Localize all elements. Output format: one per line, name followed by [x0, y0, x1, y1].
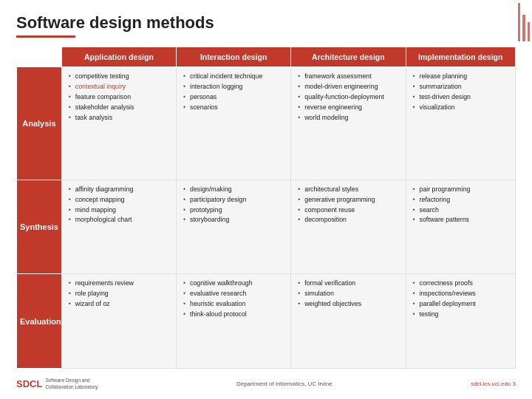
list-item: morphological chart [68, 216, 170, 225]
page-title: Software design methods [16, 13, 516, 33]
list-item: affinity diagramming [68, 185, 170, 194]
cell-r2-c1: cognitive walkthroughevaluative research… [177, 274, 291, 369]
row-label-evaluation: Evaluation [17, 274, 62, 369]
footer-left: SDCL Software Design and Collaboration L… [16, 378, 98, 390]
list-item: refactoring [412, 196, 510, 205]
list-item: summarization [412, 83, 510, 92]
header-architecture-design: Architecture design [291, 47, 406, 67]
footer: SDCL Software Design and Collaboration L… [16, 375, 516, 390]
footer-center: Department of Informatics, UC Irvine [236, 381, 332, 387]
cell-r0-c3: release planningsummarizationtest-driven… [406, 67, 516, 180]
decorative-bar [516, 0, 532, 44]
list-item: parallel deployment [412, 300, 510, 309]
sdcl-sub2: Collaboration Laboratory [45, 384, 98, 390]
header-implementation-design: Implementation design [406, 47, 516, 67]
list-item: testing [412, 310, 510, 319]
list-item: critical incident technique [183, 72, 284, 81]
list-item: role playing [68, 290, 170, 299]
header-empty [17, 47, 62, 67]
list-item: task analysis [68, 114, 170, 123]
list-item: stakeholder analysis [68, 103, 170, 112]
cell-r2-c3: correctness proofsinspections/reviewspar… [406, 274, 516, 369]
row-label-synthesis: Synthesis [17, 180, 62, 274]
title-underline [16, 35, 75, 38]
list-item: release planning [412, 72, 510, 81]
list-item: participatory design [183, 196, 284, 205]
list-item: framework assessment [297, 72, 399, 81]
methods-table: Application design Interaction design Ar… [16, 47, 516, 369]
list-item: design/making [183, 185, 284, 194]
list-item: world modeling [297, 114, 399, 123]
table-row-synthesis: Synthesisaffinity diagrammingconcept map… [17, 180, 516, 274]
list-item: heuristic evaluation [183, 300, 284, 309]
list-item: architectural styles [297, 185, 399, 194]
list-item: test-driven design [412, 93, 510, 102]
list-item: pair programming [412, 185, 510, 194]
list-item: software patterns [412, 216, 510, 225]
cell-r0-c2: framework assessmentmodel-driven enginee… [291, 67, 406, 180]
header-interaction-design: Interaction design [177, 47, 291, 67]
sdcl-logo: SDCL [16, 378, 42, 389]
list-item: model-driven engineering [297, 83, 399, 92]
sdcl-sub1: Software Design and [45, 378, 98, 383]
list-item: scenarios [183, 103, 284, 112]
table-row-analysis: Analysiscompetitive testingcontextual in… [17, 67, 516, 180]
list-item: requirements review [68, 279, 170, 288]
list-item: formal verification [297, 279, 399, 288]
list-item: wizard of oz [68, 300, 170, 309]
list-item: evaluative research [183, 290, 284, 299]
list-item: decomposition [297, 216, 399, 225]
list-item: correctness proofs [412, 279, 510, 288]
cell-r1-c0: affinity diagrammingconcept mappingmind … [61, 180, 176, 274]
list-item: feature comparison [68, 93, 170, 102]
list-item: cognitive walkthrough [183, 279, 284, 288]
header-application-design: Application design [61, 47, 176, 67]
cell-r1-c3: pair programmingrefactoringsearchsoftwar… [406, 180, 516, 274]
list-item: concept mapping [68, 196, 170, 205]
list-item: contextual inquiry [68, 83, 170, 92]
sdcl-subtitle: Software Design and Collaboration Labora… [45, 378, 98, 390]
header-row: Application design Interaction design Ar… [17, 47, 516, 67]
table-row-evaluation: Evaluationrequirements reviewrole playin… [17, 274, 516, 369]
list-item: inspections/reviews [412, 290, 510, 299]
footer-right: sdcl.ics.uci.edu 3 [471, 381, 516, 387]
row-label-analysis: Analysis [17, 67, 62, 180]
cell-r1-c2: architectural stylesgenerative programmi… [291, 180, 406, 274]
list-item: mind mapping [68, 206, 170, 215]
list-item: weighted objectives [297, 300, 399, 309]
cell-r0-c1: critical incident techniqueinteraction l… [177, 67, 291, 180]
cell-r2-c0: requirements reviewrole playingwizard of… [61, 274, 176, 369]
list-item: reverse engineering [297, 103, 399, 112]
list-item: interaction logging [183, 83, 284, 92]
list-item: storyboarding [183, 216, 284, 225]
list-item: personas [183, 93, 284, 102]
list-item: component reuse [297, 206, 399, 215]
list-item: think-aloud protocol [183, 310, 284, 319]
list-item: prototyping [183, 206, 284, 215]
list-item: generative programming [297, 196, 399, 205]
list-item: visualization [412, 103, 510, 112]
page: Software design methods Application desi… [0, 0, 532, 399]
cell-r2-c2: formal verificationsimulationweighted ob… [291, 274, 406, 369]
list-item: competitive testing [68, 72, 170, 81]
list-item: simulation [297, 290, 399, 299]
cell-r0-c0: competitive testingcontextual inquiryfea… [61, 67, 176, 180]
list-item: quality-function-deployment [297, 93, 399, 102]
list-item: search [412, 206, 510, 215]
cell-r1-c1: design/makingparticipatory designprototy… [177, 180, 291, 274]
